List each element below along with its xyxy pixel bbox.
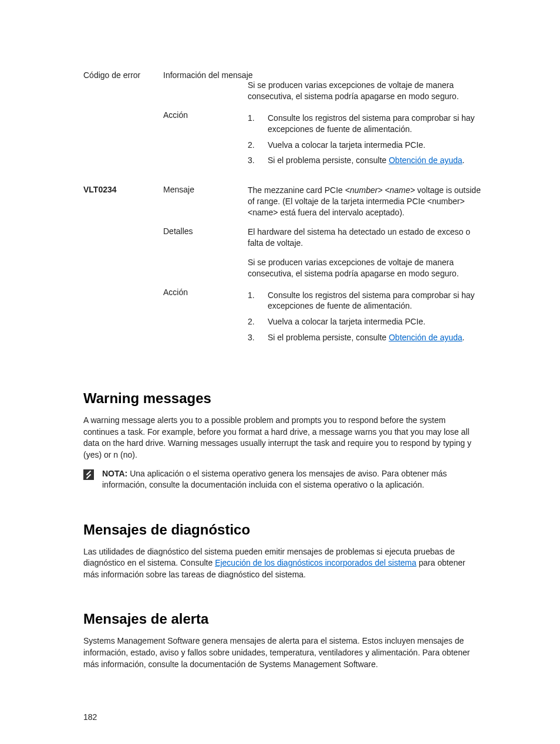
diag-heading: Mensajes de diagnóstico xyxy=(83,522,483,538)
row2-mensaje-label: Mensaje xyxy=(163,185,248,226)
row1-accion-label: Acción xyxy=(163,110,248,171)
help-link[interactable]: Obtención de ayuda xyxy=(389,333,462,342)
warning-heading: Warning messages xyxy=(83,390,483,407)
row1-detail-extra: Si se producen varias excepciones de vol… xyxy=(248,80,483,102)
row2-accion-2: Vuelva a colocar la tarjeta intermedia P… xyxy=(248,316,483,327)
row2-accion-3a: Si el problema persiste, consulte xyxy=(268,333,389,342)
alerta-heading: Mensajes de alerta xyxy=(83,611,483,627)
row2-accion-1: Consulte los registros del sistema para … xyxy=(248,290,483,312)
row2-detalles-label: Detalles xyxy=(163,226,248,288)
row2-accion-label: Acción xyxy=(163,288,248,349)
row2-detalles-1: El hardware del sistema ha detectado un … xyxy=(248,226,483,249)
page-number: 182 xyxy=(83,712,483,722)
diag-body: Las utilidades de diagnóstico del sistem… xyxy=(83,546,483,581)
row1-accion-3: Si el problema persiste, consulte Obtenc… xyxy=(248,155,483,166)
page-content: Código de error Información del mensaje … xyxy=(0,0,560,744)
note-block: NOTA: Una aplicación o el sistema operat… xyxy=(83,468,483,491)
row1-accion-3b: . xyxy=(463,155,465,165)
note-text: NOTA: Una aplicación o el sistema operat… xyxy=(102,468,483,491)
row1-accion-3a: Si el problema persiste, consulte xyxy=(268,155,389,165)
header-info: Información del mensaje xyxy=(163,70,483,80)
row2-accion-3: Si el problema persiste, consulte Obtenc… xyxy=(248,332,483,343)
row2-mensaje: The mezzanine card PCIe <number> <name> … xyxy=(248,185,483,218)
row1-accion-1: Consulte los registros del sistema para … xyxy=(248,113,483,135)
header-code: Código de error xyxy=(83,70,163,80)
error-table: Código de error Información del mensaje … xyxy=(83,70,483,348)
var-name: <name> xyxy=(384,185,414,195)
help-link[interactable]: Obtención de ayuda xyxy=(389,155,462,165)
warning-body: A warning message alerts you to a possib… xyxy=(83,415,483,461)
row2-accion-3b: . xyxy=(463,333,465,342)
row1-accion-list: Consulte los registros del sistema para … xyxy=(248,113,483,167)
row2-code: VLT0234 xyxy=(83,185,163,226)
row1-accion-2: Vuelva a colocar la tarjeta intermedia P… xyxy=(248,140,483,151)
row2-detalles-2: Si se producen varias excepciones de vol… xyxy=(248,257,483,279)
note-label: NOTA: xyxy=(102,469,127,478)
note-icon xyxy=(83,469,94,480)
var-number: <number> xyxy=(345,185,383,195)
note-body: Una aplicación o el sistema operativo ge… xyxy=(102,469,447,490)
diag-link[interactable]: Ejecución de los diagnósticos incorporad… xyxy=(215,558,416,567)
row2-accion-list: Consulte los registros del sistema para … xyxy=(248,290,483,344)
alerta-body: Systems Management Software genera mensa… xyxy=(83,635,483,670)
